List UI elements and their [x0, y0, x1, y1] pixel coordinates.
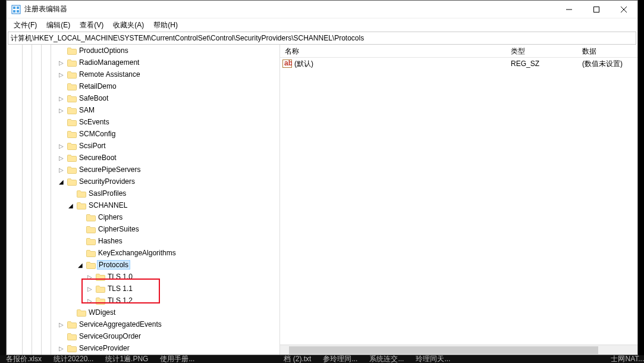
expand-icon[interactable] [66, 189, 76, 198]
taskbar-item[interactable]: 使用手册... [160, 355, 194, 363]
svg-rect-4 [17, 10, 19, 12]
minimize-button[interactable] [555, 1, 583, 18]
menu-favorites[interactable]: 收藏夹(A) [108, 19, 149, 32]
tree-node[interactable]: ◢SCHANNEL [7, 199, 279, 211]
svg-rect-6 [594, 7, 599, 12]
expand-icon[interactable] [66, 308, 76, 317]
address-bar[interactable]: 计算机\HKEY_LOCAL_MACHINE\SYSTEM\CurrentCon… [8, 32, 636, 45]
taskbar-item[interactable]: 玲理同天... [416, 355, 450, 363]
expand-icon[interactable]: ▷ [85, 296, 95, 305]
tree-label: TLS 1.0 [108, 273, 133, 281]
address-text: 计算机\HKEY_LOCAL_MACHINE\SYSTEM\CurrentCon… [11, 33, 364, 43]
close-button[interactable] [610, 1, 637, 18]
app-icon [11, 5, 21, 14]
taskbar: 各报价.xlsx 统计20220... 统计1遍.PNG 使用手册... 档 (… [0, 355, 644, 363]
expand-icon[interactable] [56, 117, 66, 127]
taskbar-item[interactable]: 档 (2).txt [284, 355, 311, 363]
tree-node[interactable]: ▷SecureBoot [7, 152, 279, 164]
tree-label: Remote Assistance [79, 70, 140, 79]
expand-icon[interactable]: ▷ [56, 105, 66, 115]
menu-edit[interactable]: 编辑(E) [42, 19, 75, 32]
tree-node[interactable]: ▷SecurePipeServers [7, 164, 279, 176]
registry-editor-window: 注册表编辑器 文件(F) 编辑(E) 查看(V) 收藏夹(A) 帮助(H) 计算… [6, 0, 638, 355]
tree-label: SAM [79, 106, 95, 114]
taskbar-item[interactable]: 统计1遍.PNG [105, 355, 148, 363]
expand-icon[interactable]: ▷ [56, 153, 66, 162]
expand-icon[interactable]: ◢ [56, 177, 66, 186]
expand-icon[interactable]: ▷ [56, 343, 66, 353]
tree-node[interactable]: ▷ServiceProvider [7, 342, 279, 354]
menu-help[interactable]: 帮助(H) [149, 19, 183, 32]
tree-node[interactable]: ▷TLS 1.0 [7, 271, 279, 283]
maximize-button[interactable] [583, 1, 610, 18]
tree-node[interactable]: ScEvents [7, 116, 279, 128]
expand-icon[interactable]: ▷ [85, 272, 95, 281]
tree-label: ScEvents [79, 118, 109, 126]
taskbar-item[interactable]: 士网NAT... [611, 355, 644, 363]
tree-node[interactable]: ▷RadioManagement [7, 57, 279, 68]
expand-icon[interactable] [56, 46, 66, 55]
tree-node[interactable]: WDigest [7, 306, 279, 318]
expand-icon[interactable]: ▷ [56, 165, 66, 174]
value-row[interactable]: ab (默认) REG_SZ (数值未设置) [280, 58, 637, 70]
tree-label: ServiceProvider [79, 344, 130, 352]
expand-icon[interactable]: ▷ [56, 70, 66, 79]
expand-icon[interactable]: ◢ [76, 260, 85, 270]
tree-label: Ciphers [98, 213, 122, 221]
svg-rect-1 [13, 7, 15, 9]
tree-node[interactable]: Hashes [7, 235, 279, 247]
title-bar[interactable]: 注册表编辑器 [7, 1, 637, 18]
tree-node[interactable]: ▷TLS 1.1 [7, 283, 279, 295]
tree-node[interactable]: SCMConfig [7, 128, 279, 140]
column-name[interactable]: 名称 [280, 45, 506, 57]
expand-icon[interactable] [76, 224, 85, 234]
menu-file[interactable]: 文件(F) [9, 19, 42, 32]
tree-label: SecureBoot [79, 154, 117, 162]
expand-icon[interactable]: ▷ [56, 93, 66, 103]
horizontal-scrollbar[interactable] [280, 345, 637, 355]
expand-icon[interactable] [76, 248, 85, 258]
taskbar-item[interactable]: 系统连交... [369, 355, 404, 363]
tree-node[interactable]: Ciphers [7, 211, 279, 223]
values-pane[interactable]: 名称 类型 数据 ab (默认) REG_SZ (数值未设置) [280, 45, 637, 355]
taskbar-item[interactable]: 统计20220... [54, 355, 93, 363]
tree-node[interactable]: ◢SecurityProviders [7, 176, 279, 187]
expand-icon[interactable]: ▷ [85, 284, 95, 293]
tree-node[interactable]: ▷SAM [7, 104, 279, 116]
tree-label: SCHANNEL [89, 201, 127, 209]
column-data[interactable]: 数据 [577, 45, 637, 57]
tree-label: SCMConfig [79, 130, 115, 138]
tree-node[interactable]: ServiceGroupOrder [7, 330, 279, 342]
tree-node[interactable]: ▷Remote Assistance [7, 68, 279, 80]
expand-icon[interactable]: ◢ [66, 201, 76, 210]
menu-bar: 文件(F) 编辑(E) 查看(V) 收藏夹(A) 帮助(H) [7, 18, 637, 32]
column-type[interactable]: 类型 [506, 45, 577, 57]
expand-icon[interactable] [56, 129, 66, 139]
value-name: (默认) [294, 59, 313, 69]
expand-icon[interactable] [56, 82, 66, 91]
expand-icon[interactable]: ▷ [56, 58, 66, 67]
tree-node[interactable]: CipherSuites [7, 223, 279, 235]
expand-icon[interactable] [56, 331, 66, 341]
tree-node[interactable]: ▷TLS 1.2 [7, 295, 279, 306]
scrollbar-thumb[interactable] [289, 346, 598, 354]
string-value-icon: ab [282, 60, 292, 68]
taskbar-item[interactable]: 参玲理同... [323, 355, 357, 363]
menu-view[interactable]: 查看(V) [75, 19, 108, 32]
tree-node[interactable]: ▷SafeBoot [7, 92, 279, 104]
tree-node[interactable]: RetailDemo [7, 80, 279, 92]
expand-icon[interactable] [76, 236, 85, 246]
taskbar-item[interactable]: 各报价.xlsx [6, 355, 42, 363]
expand-icon[interactable]: ▷ [56, 320, 66, 329]
tree-node[interactable]: SaslProfiles [7, 187, 279, 199]
tree-node[interactable]: ▷ServiceAggregatedEvents [7, 318, 279, 330]
tree-node[interactable]: KeyExchangeAlgorithms [7, 247, 279, 259]
expand-icon[interactable]: ▷ [56, 141, 66, 151]
tree-node[interactable]: ProductOptions [7, 45, 279, 57]
tree-pane[interactable]: ProductOptions▷RadioManagement▷Remote As… [7, 45, 280, 355]
expand-icon[interactable] [76, 212, 85, 222]
tree-node[interactable]: ▷ScsiPort [7, 140, 279, 152]
svg-rect-2 [17, 7, 19, 9]
tree-node[interactable]: ◢Protocols [7, 259, 279, 271]
tree-label: Hashes [98, 237, 122, 245]
